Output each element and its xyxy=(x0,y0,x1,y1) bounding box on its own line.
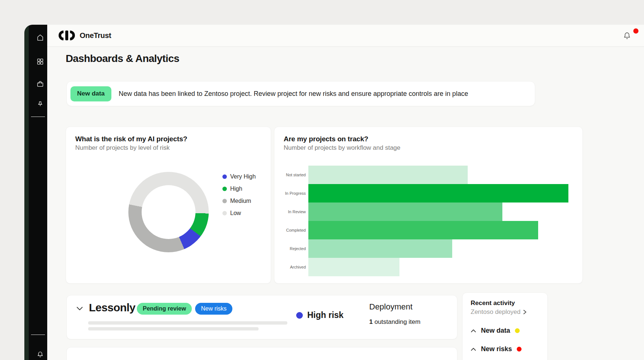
outstanding-suffix: outstanding item xyxy=(373,318,420,325)
new-data-banner: New data New data has been linked to Zen… xyxy=(66,81,535,106)
recent-activity-title: Recent activity xyxy=(471,300,515,307)
legend-dot-medium xyxy=(222,199,227,203)
bar-track xyxy=(308,221,582,239)
status-badge-pending-review: Pending review xyxy=(137,303,192,315)
chevron-right-icon xyxy=(523,309,527,315)
skeleton-line xyxy=(88,327,259,330)
stage-label: Deployment xyxy=(369,302,412,312)
risk-chart-title: What is the risk of my AI projects? xyxy=(75,135,187,143)
banner-message: New data has been linked to Zentoso proj… xyxy=(119,90,468,98)
pin-icon[interactable] xyxy=(36,100,44,108)
workflow-bar-chart: Not started In Progress In Review Comple… xyxy=(274,166,582,276)
legend-dot-low xyxy=(222,211,227,215)
red-status-dot xyxy=(517,347,522,352)
onetrust-logo-icon xyxy=(58,30,75,41)
legend-label: High xyxy=(230,186,242,192)
next-project-card xyxy=(66,347,457,360)
bar-in-progress xyxy=(308,184,568,202)
bar-in-review xyxy=(308,202,502,221)
bar-track xyxy=(308,258,582,276)
page-title: Dashboards & Analytics xyxy=(66,53,179,65)
bar-track xyxy=(308,239,582,258)
risk-donut-chart xyxy=(128,172,209,252)
bar-track xyxy=(308,166,582,184)
bar-row: Rejected xyxy=(274,239,582,258)
workflow-chart-title: Are my projects on track? xyxy=(284,135,368,143)
bar-not-started xyxy=(308,166,468,184)
bar-label: In Review xyxy=(274,210,306,214)
high-risk-dot xyxy=(296,312,303,319)
status-badge-new-risks: New risks xyxy=(195,303,232,315)
bar-label: Archived xyxy=(274,265,306,269)
skeleton-line xyxy=(88,321,287,325)
brand: OneTrust xyxy=(58,30,111,41)
bar-row: In Review xyxy=(274,202,582,221)
legend-dot-high xyxy=(222,187,227,191)
legend-label: Medium xyxy=(230,198,251,204)
chevron-up-icon xyxy=(471,329,476,333)
banner-badge: New data xyxy=(70,86,111,101)
risk-level-label: High risk xyxy=(307,310,343,320)
yellow-status-dot xyxy=(515,328,520,333)
chevron-down-icon[interactable] xyxy=(76,306,83,312)
legend-item: Medium xyxy=(222,197,256,205)
legend-dot-very-high xyxy=(222,174,227,179)
bar-row: In Progress xyxy=(274,184,582,202)
project-row-lessonly: Lessonly Pending review New risks High r… xyxy=(66,295,457,339)
apps-grid-icon[interactable] xyxy=(36,58,44,66)
donut-hole xyxy=(142,185,195,239)
activity-label: New risks xyxy=(481,345,512,353)
workflow-chart-card: Are my projects on track? Number of proj… xyxy=(274,127,583,284)
app-window: OneTrust Dashboards & Analytics New data… xyxy=(24,25,644,360)
risk-legend: Very High High Medium Low xyxy=(222,173,256,221)
bar-completed xyxy=(308,221,538,239)
activity-label: New data xyxy=(481,327,510,335)
bar-row: Archived xyxy=(274,258,582,276)
recent-activity-panel: Recent activity Zentoso deployed New dat… xyxy=(462,292,548,360)
bar-row: Not started xyxy=(274,166,582,184)
zentoso-deployed-label: Zentoso deployed xyxy=(471,308,520,316)
risk-chart-card: What is the risk of my AI projects? Numb… xyxy=(66,127,271,284)
sidebar-rail xyxy=(29,25,47,360)
bar-track xyxy=(308,184,582,202)
rail-accent-strip xyxy=(24,25,29,360)
activity-item-new-data[interactable]: New data xyxy=(471,327,520,335)
bar-rejected xyxy=(308,239,452,258)
risk-chart-subtitle: Number of projects by level of risk xyxy=(75,144,170,152)
bar-track xyxy=(308,202,582,221)
workflow-chart-subtitle: Number of projects by workflow and stage xyxy=(284,144,401,152)
bar-label: Completed xyxy=(274,228,306,232)
top-header: OneTrust xyxy=(47,25,644,47)
rail-divider-top xyxy=(31,117,45,117)
legend-item: High xyxy=(222,185,256,193)
activity-item-new-risks[interactable]: New risks xyxy=(471,345,522,353)
legend-item: Low xyxy=(222,209,256,217)
home-icon[interactable] xyxy=(36,34,44,42)
project-name: Lessonly xyxy=(89,301,135,314)
legend-item: Very High xyxy=(222,173,256,181)
legend-label: Low xyxy=(230,210,241,217)
outstanding-items: 1 outstanding item xyxy=(369,318,420,326)
bar-label: Not started xyxy=(274,173,306,177)
bar-row: Completed xyxy=(274,221,582,239)
brand-name: OneTrust xyxy=(80,31,111,40)
projects-briefcase-icon[interactable] xyxy=(36,80,44,88)
bar-label: In Progress xyxy=(274,191,306,195)
notification-dot xyxy=(633,28,638,34)
bar-label: Rejected xyxy=(274,246,306,251)
bar-archived xyxy=(308,258,399,276)
header-bell-icon[interactable] xyxy=(622,31,632,41)
zentoso-deployed-link[interactable]: Zentoso deployed xyxy=(471,308,527,316)
rail-divider-bottom xyxy=(31,335,45,335)
chevron-up-icon xyxy=(471,347,476,351)
sidebar-bell-icon[interactable] xyxy=(36,350,44,359)
legend-label: Very High xyxy=(230,173,256,180)
